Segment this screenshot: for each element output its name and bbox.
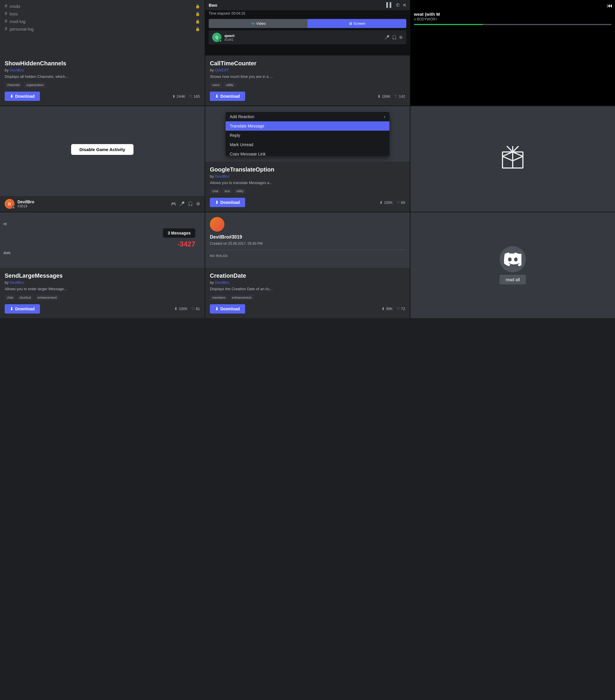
context-menu-item[interactable]: Mark Unread [226, 140, 389, 149]
plugin-card-spotify-controls: ⏮ weat (with M n BODYWOR> SpotifyControl… [410, 0, 615, 105]
like-count-value: 165 [194, 94, 200, 99]
ran-read-all-btn[interactable]: read all [500, 275, 526, 284]
card-footer: ⬇Download ⬇ 186K ♡ 142 [210, 91, 405, 101]
tag-utility[interactable]: utility [224, 82, 236, 88]
card-title: CreationDate [210, 272, 405, 279]
slm-text: nt [3, 222, 201, 226]
waveform-icon: ▌▌ [386, 2, 393, 8]
download-stat-icon: ⬇ [380, 200, 383, 205]
ctc-time: Time elapsed: 00:04:16 [205, 10, 410, 17]
tag-chat[interactable]: chat [210, 188, 221, 194]
card-footer: ⬇Download ⬇ 105K ♡ 89 [210, 198, 405, 207]
download-button[interactable]: ⬇Download [5, 304, 40, 314]
sc-progress [414, 24, 612, 25]
hash-icon: # [5, 26, 7, 32]
video-button[interactable]: 📹 Video [209, 19, 307, 28]
card-stats: ⬇ 105K ♡ 89 [380, 200, 405, 205]
box-icon [498, 142, 527, 176]
download-count: ⬇ 105K [380, 200, 393, 205]
tag-enhancement[interactable]: enhancement [35, 295, 59, 300]
heart-icon: ♡ [191, 307, 195, 311]
hash-icon: # [5, 19, 7, 24]
tag-chat[interactable]: chat [5, 295, 15, 300]
download-button[interactable]: ⬇Download [5, 91, 40, 101]
channel-name: personal-log [10, 27, 34, 32]
download-button[interactable]: ⬇Download [210, 304, 245, 314]
like-count: ♡ 89 [396, 200, 405, 205]
card-tags: voiceutility [210, 82, 405, 88]
gat-avatar: D [5, 199, 15, 209]
gat-toggle-btn[interactable]: Disable Game Activity [71, 144, 133, 155]
card-author-link[interactable]: DevilBro [10, 68, 24, 72]
tag-voice[interactable]: voice [210, 82, 222, 88]
screen-button[interactable]: 🖥 Screen [307, 19, 406, 28]
card-title: CallTimeCounter [210, 60, 405, 67]
like-count-value: 142 [399, 94, 405, 99]
context-menu-item[interactable]: Reply [226, 131, 389, 140]
headphone-icon: 🎧 [392, 35, 397, 40]
gat-info: DevilBro #3019 [17, 200, 168, 208]
download-count: ⬇ 100K [174, 307, 188, 311]
gat-user: D DevilBro #3019 🎮 🎤 🎧 ⚙ [0, 196, 205, 212]
cd-created: Created on 25.08.2017, 03:40 PM [210, 241, 405, 246]
download-icon: ⬇ [10, 94, 13, 99]
card-description: Displays all hidden Channels, which... [5, 74, 200, 79]
card-body-google-translate-option: GoogleTranslateOptionby DevilBroAllows y… [205, 162, 410, 212]
like-count: ♡ 72 [396, 307, 405, 311]
download-count-value: 244K [177, 94, 185, 99]
gat-toggle-area: Disable Game Activity [71, 106, 133, 192]
download-count-value: 100K [179, 307, 188, 311]
tag-shortcut[interactable]: shortcut [17, 295, 33, 300]
tag-organization[interactable]: organization [24, 82, 46, 88]
plugin-card-show-hidden-channels: # mods 🔒 # bots 🔒 # mod-log 🔒 # [0, 0, 205, 105]
heart-icon: ♡ [396, 307, 400, 311]
plugin-card-send-large-messages: nt 3 Messages -3427 duis SendLargeMessag… [0, 212, 205, 318]
sc-progress-fill [414, 24, 483, 25]
tag-members[interactable]: members [210, 295, 228, 300]
card-author-link[interactable]: DevilBro [215, 174, 229, 178]
card-author-link[interactable]: DevilBro [10, 280, 24, 285]
card-author: by DevilBro [5, 280, 200, 285]
tag-text[interactable]: text [222, 188, 232, 194]
card-tags: chatshortcutenhancement [5, 295, 200, 300]
card-description: Shows how much time you are in a ... [210, 74, 405, 79]
ran-discord-bg [500, 246, 526, 272]
tag-channels[interactable]: channels [5, 82, 22, 88]
sc-top: ⏮ [410, 0, 615, 11]
cd-username: DevilBro#3019 [210, 235, 405, 240]
gamepad-icon: 🎮 [171, 201, 176, 207]
card-body-show-hidden-channels: ShowHiddenChannelsby DevilBroDisplays al… [0, 55, 205, 105]
ctc-username: qwert #1441 [225, 34, 235, 41]
card-title: SendLargeMessages [5, 272, 200, 279]
tag-enhancement[interactable]: enhancement [230, 295, 254, 300]
card-author-link[interactable]: DevilBro [215, 280, 229, 285]
channel-name: bots [10, 11, 18, 16]
card-title: ShowHiddenChannels [5, 60, 200, 67]
plugin-card-call-time-counter: Bwo ▌▌ ✆ ✕ Time elapsed: 00:04:16 📹 Vide… [205, 0, 410, 105]
ctc-user-icons: 🎤 🎧 ⚙ [384, 35, 403, 40]
download-icon: ⬇ [10, 307, 13, 311]
plugin-card-creation-date: DevilBro#3019 Created on 25.08.2017, 03:… [205, 212, 410, 318]
tag-utility[interactable]: utility [234, 188, 246, 194]
context-menu-item[interactable]: Translate Message [226, 121, 389, 131]
download-button[interactable]: ⬇Download [210, 91, 245, 101]
like-count: ♡ 81 [191, 307, 200, 311]
channel-item: # bots 🔒 [5, 11, 200, 16]
card-preview-sc: ⏮ weat (with M n BODYWOR> [410, 0, 615, 105]
card-preview-gto: Add Reaction ›Translate MessageReplyMark… [205, 106, 410, 162]
ctc-icons: ▌▌ ✆ ✕ [386, 2, 406, 8]
lock-icon: 🔒 [195, 12, 200, 16]
download-icon: ⬇ [215, 94, 219, 99]
context-menu-item[interactable]: Add Reaction › [226, 112, 389, 121]
card-body-send-large-messages: SendLargeMessagesby DevilBroAllows you t… [0, 268, 205, 318]
context-menu-item[interactable]: Copy Message Link [226, 149, 389, 156]
slm-count: -3427 [178, 240, 195, 248]
skip-back-icon[interactable]: ⏮ [607, 2, 613, 9]
channel-item: # mods 🔒 [5, 3, 200, 9]
gat-controls: 🎮 🎤 🎧 ⚙ [171, 201, 200, 207]
download-button[interactable]: ⬇Download [210, 198, 245, 207]
cd-divider [210, 250, 405, 250]
card-author-link[interactable]: QWERT [215, 68, 229, 72]
slm-tooltip: 3 Messages [163, 228, 195, 238]
card-stats: ⬇ 100K ♡ 81 [174, 307, 200, 311]
